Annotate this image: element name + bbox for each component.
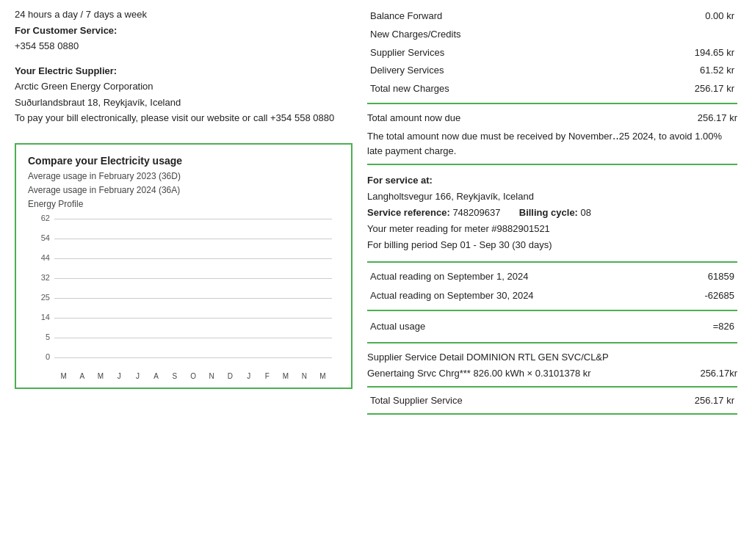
- green-divider-4: [367, 310, 737, 311]
- balance-forward-row: Balance Forward 0.00 kr: [367, 7, 737, 26]
- grid-label-32: 32: [29, 273, 50, 282]
- billing-section: Balance Forward 0.00 kr New Charges/Cred…: [367, 7, 737, 415]
- supplier-services-row: Supplier Services 194.65 kr: [367, 44, 737, 62]
- green-divider-5: [367, 342, 737, 343]
- delivery-services-label: Delivery Services: [367, 62, 618, 80]
- supplier-note: To pay your bill electronically, please …: [15, 111, 352, 126]
- total-supplier-amount: 256.17 kr: [695, 395, 734, 406]
- reading2-label: Actual reading on September 30, 2024: [367, 286, 673, 305]
- main-layout: 24 hours a day / 7 days a week For Custo…: [15, 7, 737, 419]
- total-due-amount: 256.17 kr: [698, 110, 737, 126]
- total-due-label: Total amount now due: [367, 110, 460, 126]
- chart-legend2: Average usage in February 2024 (36A): [28, 183, 339, 197]
- grid-label-14: 14: [29, 313, 50, 321]
- x-label: N: [295, 372, 314, 380]
- usage-table: Actual usage =826: [367, 316, 737, 338]
- x-label: A: [73, 372, 91, 380]
- grid-label-0: 0: [29, 352, 50, 361]
- new-charges-row: New Charges/Credits: [367, 26, 737, 44]
- total-supplier-label: Total Supplier Service: [370, 395, 463, 406]
- supplier-name: Arctic Green Energy Corporation: [15, 79, 352, 94]
- customer-service-phone: +354 558 0880: [15, 39, 352, 54]
- balance-forward-amount: 0.00 kr: [618, 7, 737, 26]
- supplier-services-label: Supplier Services: [367, 44, 618, 62]
- x-label: F: [258, 372, 276, 380]
- green-divider-1: [367, 103, 737, 104]
- supplier-detail: Supplier Service Detail DOMINION RTL GEN…: [367, 349, 737, 382]
- x-label: S: [165, 372, 184, 380]
- x-label: J: [129, 372, 147, 380]
- chart-legend: Average usage in February 2023 (36D) Ave…: [28, 170, 339, 212]
- x-label: N: [203, 372, 221, 380]
- x-label: J: [110, 372, 129, 380]
- meter-reading-note: Your meter reading for meter #9882901521: [367, 221, 737, 237]
- x-label: M: [314, 372, 332, 380]
- x-label: M: [276, 372, 294, 380]
- service-reference-line: Service reference: 748209637 Billing cyc…: [367, 205, 737, 221]
- service-reference-label: Service reference:: [367, 207, 450, 218]
- delivery-services-row: Delivery Services 61.52 kr: [367, 62, 737, 80]
- total-new-charges-amount: 256.17 kr: [618, 80, 737, 98]
- balance-forward-label: Balance Forward: [367, 7, 618, 26]
- service-at-label: For service at:: [367, 172, 737, 189]
- grid-label-44: 44: [29, 253, 50, 262]
- service-section: For service at: Langholtsvegur 166, Reyk…: [367, 172, 737, 253]
- grid-label-25: 25: [29, 293, 50, 302]
- x-labels: MAMJJASONDJFMNM: [54, 372, 332, 380]
- service-address: Langholtsvegur 166, Reykjavík, Iceland: [367, 189, 737, 205]
- x-label: M: [54, 372, 73, 380]
- grid-label-62: 62: [29, 214, 50, 222]
- x-label: O: [184, 372, 202, 380]
- x-label: J: [239, 372, 258, 380]
- supplier-detail-line1: Supplier Service Detail DOMINION RTL GEN…: [367, 349, 737, 366]
- usage-row: Actual usage =826: [367, 316, 737, 338]
- green-divider-6: [367, 386, 737, 388]
- x-label: A: [147, 372, 165, 380]
- billing-cycle-label: Billing cycle:: [519, 207, 578, 218]
- reading1-value: 61859: [673, 267, 737, 286]
- green-divider-2: [367, 164, 737, 165]
- reading1-label: Actual reading on September 1, 2024: [367, 267, 673, 286]
- supplier-detail-amount: 256.17kr: [700, 366, 737, 382]
- total-supplier-row: Total Supplier Service 256.17 kr: [367, 392, 737, 409]
- bars-area: [54, 219, 332, 358]
- reading-table: Actual reading on September 1, 2024 6185…: [367, 267, 737, 305]
- total-new-charges-row: Total new Charges 256.17 kr: [367, 80, 737, 98]
- billing-cycle-value: 08: [581, 207, 591, 218]
- top-text: 24 hours a day / 7 days a week For Custo…: [15, 7, 352, 126]
- chart-legend1: Average usage in February 2023 (36D): [28, 170, 339, 183]
- grid-label-54: 54: [29, 233, 50, 242]
- hours-line: 24 hours a day / 7 days a week: [15, 7, 352, 22]
- supplier-services-amount: 194.65 kr: [618, 44, 737, 62]
- reading1-row: Actual reading on September 1, 2024 6185…: [367, 267, 737, 286]
- due-section: Total amount now due 256.17 kr The total…: [367, 110, 737, 158]
- x-label: M: [91, 372, 109, 380]
- actual-usage-label: Actual usage: [367, 316, 623, 338]
- reading2-row: Actual reading on September 30, 2024 -62…: [367, 286, 737, 305]
- total-new-charges-label: Total new Charges: [367, 80, 618, 98]
- supplier-detail-line2-row: Genertaing Srvc Chrg*** 826.00 kWh × 0.3…: [367, 366, 737, 382]
- supplier-label: Your Electric Supplier:: [15, 64, 352, 79]
- bill-table: Balance Forward 0.00 kr New Charges/Cred…: [367, 7, 737, 98]
- chart-title: Compare your Electricity usage: [28, 155, 339, 167]
- right-column: Balance Forward 0.00 kr New Charges/Cred…: [367, 7, 737, 419]
- chart-legend3: Energy Profile: [28, 197, 339, 211]
- green-divider-7: [367, 413, 737, 415]
- x-label: D: [221, 372, 239, 380]
- actual-usage-value: =826: [623, 316, 737, 338]
- left-column: 24 hours a day / 7 days a week For Custo…: [15, 7, 352, 419]
- chart-box: Compare your Electricity usage Average u…: [15, 143, 352, 390]
- total-due-row: Total amount now due 256.17 kr: [367, 110, 737, 126]
- supplier-detail-line2: Genertaing Srvc Chrg*** 826.00 kWh × 0.3…: [367, 366, 591, 382]
- reading2-value: -62685: [673, 286, 737, 305]
- supplier-address: Suðurlandsbraut 18, Reykjavík, Iceland: [15, 95, 352, 110]
- service-reference-value: 748209637: [452, 207, 500, 218]
- supplier-section: Your Electric Supplier: Arctic Green Ene…: [15, 64, 352, 126]
- customer-service-label: For Customer Service:: [15, 23, 352, 38]
- green-divider-3: [367, 261, 737, 263]
- new-charges-label: New Charges/Credits: [367, 26, 618, 44]
- due-notice: The total amount now due must be receive…: [367, 129, 737, 158]
- chart-area: 62 54 44 32 25 14 5 0 MAMJJASONDJFMNM: [28, 219, 339, 380]
- delivery-services-amount: 61.52 kr: [618, 62, 737, 80]
- billing-period-note: For billing period Sep 01 - Sep 30 (30 d…: [367, 237, 737, 253]
